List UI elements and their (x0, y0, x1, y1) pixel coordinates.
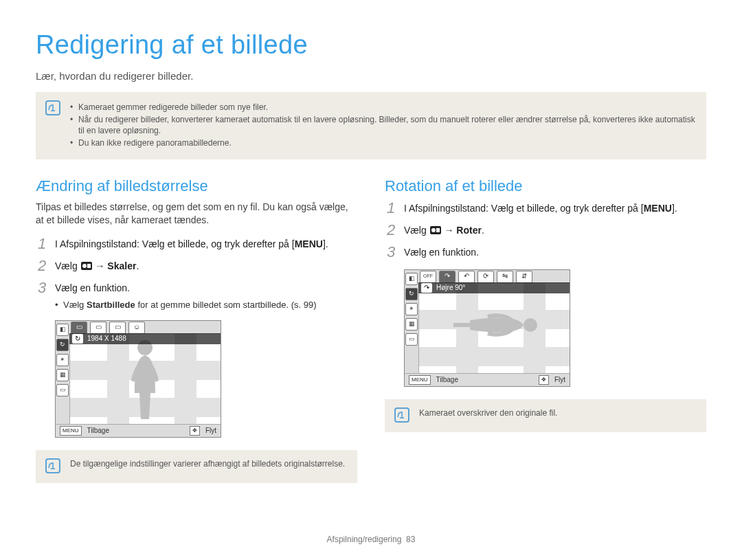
step-text: ]. (323, 238, 328, 249)
toolbar-icon: ☺ (128, 322, 145, 334)
note-text: De tilgængelige indstillinger varierer a… (69, 458, 348, 469)
lcd-footer-back: Tilbage (87, 426, 109, 436)
step-subitem: Vælg Startbillede for at gemme billedet … (55, 299, 317, 311)
lcd-footer: MENU Tilbage ✥ Flyt (405, 373, 570, 386)
standing-figure-icon (124, 338, 166, 424)
step-2: 2 Vælg → Roter. (385, 223, 706, 238)
toolbar-off-icon: OFF (420, 271, 436, 283)
step-number: 1 (36, 236, 48, 251)
note-icon (394, 407, 409, 423)
menu-button-label: MENU (644, 203, 672, 214)
step-target: Roter (456, 225, 482, 236)
sidebar-icon: ▭ (56, 384, 69, 396)
sub-text: Vælg (63, 300, 87, 310)
step-text: Vælg en funktion. (55, 282, 130, 293)
sidebar-icon: ▭ (405, 333, 418, 346)
lcd-banner: ↻ 1984 X 1488 (69, 333, 221, 344)
toolbar-icon: ↶ (458, 271, 475, 283)
step-text: I Afspilningstilstand: Vælg et billede, … (55, 238, 295, 249)
step-text: Vælg en funktion. (404, 247, 479, 258)
step-number: 2 (385, 223, 397, 238)
sidebar-icon: ✶ (56, 354, 69, 366)
sidebar-icon: ◧ (405, 273, 418, 285)
camera-lcd-rotate: ◧ ↻ ✶ ▦ ▭ OFF ↷ ↶ ⟳ ⇋ ⇵ (404, 269, 570, 387)
lcd-toolbar: OFF ↷ ↶ ⟳ ⇋ ⇵ (418, 270, 570, 283)
lcd-sidebar: ◧ ↻ ✶ ▦ ▭ (405, 270, 419, 373)
lcd-sidebar: ◧ ↻ ✶ ▦ ▭ (56, 321, 70, 424)
lcd-photo-area (69, 333, 221, 424)
step-number: 3 (36, 280, 48, 311)
toolbar-icon: ⇋ (497, 271, 513, 283)
heading-resize: Ændring af billedstørrelse (36, 176, 357, 197)
sidebar-icon-selected: ↻ (56, 339, 69, 351)
svg-point-7 (524, 318, 537, 332)
edit-tool-icon (80, 261, 93, 271)
step-arrow: → (95, 260, 107, 271)
sub-bold: Startbillede (87, 300, 135, 310)
step-target: Skaler (107, 260, 136, 271)
step-1: 1 I Afspilningstilstand: Vælg et billede… (385, 201, 706, 216)
step-2: 2 Vælg → Skaler. (36, 258, 357, 273)
lcd-footer-back: Tilbage (436, 375, 458, 385)
step-text: Vælg (55, 260, 80, 271)
callout-top: Kameraet gemmer redigerede billeder som … (36, 92, 706, 160)
note-item: Du kan ikke redigere panoramabillederne. (70, 137, 697, 148)
toolbar-icon: ↷ (439, 271, 456, 283)
step-text: I Afspilningstilstand: Vælg et billede, … (404, 203, 644, 214)
page-lead: Lær, hvordan du redigerer billeder. (36, 69, 706, 83)
step-text: ]. (672, 203, 677, 214)
lcd-footer-move: Flyt (554, 375, 565, 385)
lying-figure-icon (449, 308, 539, 346)
sidebar-icon: ▦ (56, 369, 69, 381)
sub-text: for at gemme billedet som startbillede. … (135, 300, 317, 310)
toolbar-icon: ⟳ (477, 271, 494, 283)
toolbar-icon: ⇵ (516, 271, 532, 283)
sidebar-icon: ▦ (405, 318, 418, 331)
note-item: Når du redigerer billeder, konverterer k… (70, 114, 697, 136)
column-rotate: Rotation af et billede 1 I Afspilningsti… (385, 176, 706, 483)
svg-point-1 (82, 264, 87, 268)
step-arrow: → (444, 225, 456, 236)
callout-resize: De tilgængelige indstillinger varierer a… (36, 450, 357, 483)
step-3: 3 Vælg en funktion. (385, 245, 706, 260)
page-title: Redigering af et billede (36, 27, 706, 63)
note-icon (45, 100, 60, 115)
svg-rect-2 (87, 264, 91, 268)
banner-icon: ↻ (72, 334, 83, 344)
lcd-photo-area (418, 282, 570, 373)
svg-point-5 (431, 228, 436, 232)
sidebar-icon: ✶ (405, 303, 418, 315)
toolbar-icon: ▭ (109, 322, 126, 334)
toolbar-icon: ▭ (71, 322, 87, 334)
svg-rect-6 (436, 228, 440, 232)
callout-rotate: Kameraet overskriver den originale fil. (385, 399, 706, 432)
step-number: 3 (385, 245, 397, 260)
heading-rotate: Rotation af et billede (385, 176, 706, 197)
lcd-toolbar: ▭ ▭ ▭ ☺ (69, 321, 221, 334)
step-text: Vælg (404, 225, 429, 236)
lcd-banner: ↷ Højre 90° (418, 282, 570, 293)
menu-button-label: MENU (295, 238, 323, 249)
camera-lcd-resize: ◧ ↻ ✶ ▦ ▭ ▭ ▭ ▭ ☺ ↻ 1984 X 1488 (55, 320, 221, 438)
page-footer: Afspilning/redigering 83 (0, 534, 742, 545)
step-text: . (136, 260, 139, 271)
step-3: 3 Vælg en funktion. Vælg Startbillede fo… (36, 280, 357, 311)
edit-tool-icon (429, 225, 442, 235)
lcd-banner-text: Højre 90° (436, 284, 465, 291)
dpad-icon: ✥ (539, 375, 549, 385)
banner-icon: ↷ (421, 283, 432, 293)
footer-page-number: 83 (406, 535, 415, 544)
footer-section: Afspilning/redigering (327, 535, 402, 544)
lcd-footer: MENU Tilbage ✥ Flyt (56, 424, 221, 437)
desc-resize: Tilpas et billedes størrelse, og gem det… (36, 201, 357, 227)
note-text: Kameraet overskriver den originale fil. (418, 407, 697, 418)
lcd-footer-move: Flyt (205, 426, 216, 436)
menu-key-icon: MENU (409, 375, 431, 385)
step-number: 2 (36, 258, 48, 273)
step-text: . (482, 225, 484, 236)
step-1: 1 I Afspilningstilstand: Vælg et billede… (36, 236, 357, 251)
column-resize: Ændring af billedstørrelse Tilpas et bil… (36, 176, 357, 483)
lcd-banner-text: 1984 X 1488 (87, 335, 126, 342)
menu-key-icon: MENU (60, 426, 82, 436)
note-item: Kameraet gemmer redigerede billeder som … (70, 102, 697, 113)
